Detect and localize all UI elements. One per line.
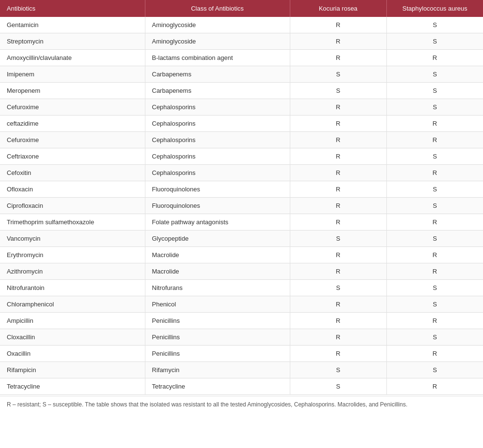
table-cell: Carbapenems xyxy=(145,66,290,83)
table-cell: Penicillins xyxy=(145,346,290,362)
table-cell: R xyxy=(290,33,386,50)
table-row: MeropenemCarbapenemsSS xyxy=(0,83,483,99)
table-cell: R xyxy=(386,313,483,329)
table-cell: Cephalosporins xyxy=(145,132,290,148)
table-row: Trimethoprim sulfamethoxazoleFolate path… xyxy=(0,214,483,231)
table-row: CloxacillinPenicillinsRS xyxy=(0,329,483,346)
table-row: StreptomycinAminoglycosideRS xyxy=(0,33,483,50)
table-row: OxacillinPenicillinsRR xyxy=(0,346,483,362)
table-cell: Nitrofurans xyxy=(145,280,290,296)
table-cell: Macrolide xyxy=(145,247,290,263)
table-cell: Gentamicin xyxy=(0,17,145,33)
header-staph: Staphylococcus aureus xyxy=(386,0,483,17)
table-cell: R xyxy=(386,214,483,231)
table-cell: Cephalosporins xyxy=(145,165,290,181)
table-row: CefuroximeCephalosporinsRS xyxy=(0,99,483,116)
table-cell: R xyxy=(290,181,386,198)
table-row: ChloramphenicolPhenicolRS xyxy=(0,296,483,313)
table-cell: R xyxy=(290,17,386,33)
table-cell: S xyxy=(386,198,483,214)
table-cell: Trimethoprim sulfamethoxazole xyxy=(0,214,145,231)
table-header-row: Antibiotics Class of Antibiotics Kocuria… xyxy=(0,0,483,17)
table-cell: R xyxy=(386,378,483,395)
table-cell: R xyxy=(290,247,386,263)
table-cell: S xyxy=(290,280,386,296)
table-cell: R xyxy=(290,132,386,148)
table-cell: S xyxy=(290,378,386,395)
table-cell: Aminoglycoside xyxy=(145,33,290,50)
header-antibiotics: Antibiotics xyxy=(0,0,145,17)
table-cell: R xyxy=(290,346,386,362)
table-cell: Fluoroquinolones xyxy=(145,181,290,198)
table-cell: Glycopeptide xyxy=(145,231,290,247)
table-cell: Imipenem xyxy=(0,66,145,83)
table-cell: S xyxy=(386,362,483,378)
table-row: GentamicinAminoglycosideRS xyxy=(0,17,483,33)
table-cell: Ampicillin xyxy=(0,313,145,329)
antibiotics-table: Antibiotics Class of Antibiotics Kocuria… xyxy=(0,0,483,395)
table-cell: Cefoxitin xyxy=(0,165,145,181)
table-row: AzithromycinMacrolideRR xyxy=(0,263,483,280)
table-cell: Tetracycline xyxy=(145,378,290,395)
table-cell: S xyxy=(290,66,386,83)
table-cell: R xyxy=(290,296,386,313)
table-cell: Penicillins xyxy=(145,313,290,329)
table-cell: Folate pathway antagonists xyxy=(145,214,290,231)
table-cell: R xyxy=(290,198,386,214)
table-row: Amoxycillin/clavulanateB-lactams combina… xyxy=(0,50,483,66)
table-cell: Azithromycin xyxy=(0,263,145,280)
table-cell: S xyxy=(290,231,386,247)
table-row: CefoxitinCephalosporinsRR xyxy=(0,165,483,181)
table-cell: Amoxycillin/clavulanate xyxy=(0,50,145,66)
table-cell: S xyxy=(386,296,483,313)
table-cell: S xyxy=(386,148,483,165)
table-cell: Cephalosporins xyxy=(145,148,290,165)
table-cell: Chloramphenicol xyxy=(0,296,145,313)
table-cell: Macrolide xyxy=(145,263,290,280)
table-row: AmpicillinPenicillinsRR xyxy=(0,313,483,329)
table-row: VancomycinGlycopeptideSS xyxy=(0,231,483,247)
table-row: ceftazidimeCephalosporinsRR xyxy=(0,116,483,132)
table-cell: S xyxy=(290,362,386,378)
table-cell: S xyxy=(386,181,483,198)
table-cell: R xyxy=(290,116,386,132)
table-row: ImipenemCarbapenemsSS xyxy=(0,66,483,83)
table-row: CefuroximeCephalosporinsRR xyxy=(0,132,483,148)
table-cell: Ofloxacin xyxy=(0,181,145,198)
table-cell: R xyxy=(290,148,386,165)
table-cell: R xyxy=(386,165,483,181)
table-cell: Phenicol xyxy=(145,296,290,313)
table-cell: Ciprofloxacin xyxy=(0,198,145,214)
table-cell: R xyxy=(386,346,483,362)
table-row: CiprofloxacinFluoroquinolonesRS xyxy=(0,198,483,214)
table-cell: Fluoroquinolones xyxy=(145,198,290,214)
table-cell: R xyxy=(386,116,483,132)
table-cell: Nitrofurantoin xyxy=(0,280,145,296)
table-cell: Cephalosporins xyxy=(145,116,290,132)
table-cell: Rifamycin xyxy=(145,362,290,378)
table-cell: Carbapenems xyxy=(145,83,290,99)
table-cell: R xyxy=(290,329,386,346)
table-row: CeftriaxoneCephalosporinsRS xyxy=(0,148,483,165)
table-cell: Cloxacillin xyxy=(0,329,145,346)
table-cell: Cefuroxime xyxy=(0,99,145,116)
header-class: Class of Antibiotics xyxy=(145,0,290,17)
table-cell: R xyxy=(386,132,483,148)
table-row: RifampicinRifamycinSS xyxy=(0,362,483,378)
table-cell: S xyxy=(386,280,483,296)
header-kocuria: Kocuria rosea xyxy=(290,0,386,17)
table-cell: S xyxy=(386,33,483,50)
table-cell: Aminoglycoside xyxy=(145,17,290,33)
table-cell: Vancomycin xyxy=(0,231,145,247)
table-cell: S xyxy=(386,99,483,116)
table-cell: Streptomycin xyxy=(0,33,145,50)
table-cell: S xyxy=(386,17,483,33)
table-cell: R xyxy=(386,263,483,280)
table-cell: R xyxy=(290,263,386,280)
table-footnote: R – resistant; S – susceptible. The tabl… xyxy=(0,396,483,413)
table-cell: R xyxy=(290,214,386,231)
table-cell: Erythromycin xyxy=(0,247,145,263)
table-cell: Cephalosporins xyxy=(145,99,290,116)
table-cell: Rifampicin xyxy=(0,362,145,378)
table-cell: S xyxy=(290,83,386,99)
